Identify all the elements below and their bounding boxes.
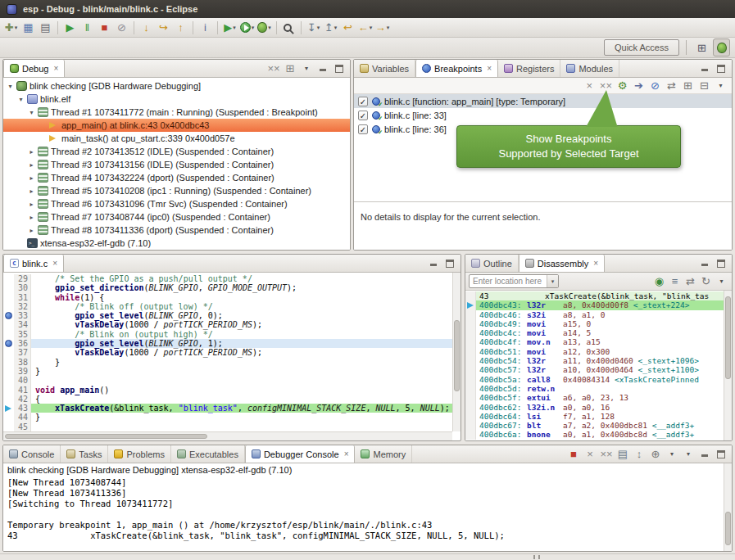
disassembly-row[interactable]: 400dbc51:movia12, 0x300	[465, 347, 724, 356]
suspend-icon[interactable]: ‖	[79, 19, 96, 37]
editor-line[interactable]: 29 /* Set the GPIO as a push/pull output…	[3, 274, 452, 283]
run-icon[interactable]: ▾	[238, 19, 256, 37]
close-icon[interactable]: ×	[487, 64, 492, 73]
debug-tree-item[interactable]: ▸Thread #2 1073413512 (IDLE) (Suspended …	[3, 145, 350, 158]
remove-all-terminated-icon[interactable]: ××	[266, 61, 281, 76]
clear-console-icon[interactable]: ▤	[615, 447, 630, 462]
maximize-icon[interactable]	[714, 447, 728, 462]
sync-selection-icon[interactable]: ⇄	[683, 274, 697, 288]
console-scrollbar[interactable]	[724, 463, 732, 551]
expand-arrow-icon[interactable]: ▸	[28, 214, 35, 221]
disassembly-row[interactable]: 400dbc5a:call80x40084314 <xTaskCreatePin…	[465, 375, 724, 384]
terminate-icon[interactable]: ■	[96, 19, 113, 37]
tab-modules[interactable]: Modules	[560, 60, 619, 77]
back-icon[interactable]: ←▾	[356, 19, 374, 37]
close-icon[interactable]: ×	[53, 64, 58, 73]
debug-tree-item[interactable]: ▸Thread #6 1073431096 (Tmr Svc) (Suspend…	[3, 197, 350, 210]
editor-line[interactable]: 34 vTaskDelay(1000 / portTICK_PERIOD_MS)…	[3, 320, 452, 329]
expand-arrow-icon[interactable]: ▸	[28, 174, 35, 182]
step-into-icon[interactable]: ↓	[138, 19, 155, 37]
disassembly-row[interactable]: 400dbc64:lsif7, a1, 128	[465, 412, 724, 421]
editor-line[interactable]: 36 gpio_set_level(BLINK_GPIO, 1);	[3, 339, 452, 348]
breakpoint-checkbox[interactable]: ✓	[358, 111, 368, 120]
tab-blink-c[interactable]: blink.c×	[3, 255, 64, 272]
dropdown-chevron-icon[interactable]: ▾	[252, 25, 255, 31]
display-console-menu-icon[interactable]: ▾	[665, 447, 679, 462]
dropdown-chevron-icon[interactable]: ▾	[268, 25, 271, 31]
expand-arrow-icon[interactable]: ▸	[28, 187, 35, 195]
tab-outline[interactable]: Outline	[465, 255, 519, 272]
debug-tree-item[interactable]: ▾blink checking [GDB Hardware Debugging]	[3, 79, 350, 93]
disassembly-row[interactable]: 400dbc4c:movia14, 5	[465, 328, 724, 337]
maximize-icon[interactable]	[714, 61, 728, 76]
open-perspective-icon[interactable]: ⊞	[693, 38, 710, 56]
expand-all-icon[interactable]: ⊞	[681, 79, 695, 93]
editor-horizontal-scrollbar[interactable]	[3, 431, 452, 440]
tab-breakpoints[interactable]: Breakpoints×	[415, 60, 498, 77]
maximize-icon[interactable]	[442, 256, 457, 271]
terminate-console-icon[interactable]: ■	[566, 447, 581, 462]
dropdown-chevron-icon[interactable]: ▾	[370, 25, 373, 31]
breakpoint-checkbox[interactable]: ✓	[358, 124, 368, 134]
debug-icon[interactable]: ▾	[256, 19, 273, 37]
disconnect-icon[interactable]: ⊘	[113, 19, 130, 37]
editor-line[interactable]: 31 while(1) {	[3, 293, 452, 302]
sash-handle[interactable]	[533, 555, 540, 559]
minimize-icon[interactable]	[697, 61, 712, 76]
close-icon[interactable]: ×	[52, 259, 57, 268]
save-icon[interactable]: ▦	[20, 19, 37, 37]
breakpoints-view-menu-icon[interactable]: ▾	[714, 79, 728, 93]
dropdown-chevron-icon[interactable]: ▾	[387, 25, 390, 31]
editor-line[interactable]: 39}	[3, 367, 452, 376]
editor-line[interactable]: 38 }	[3, 358, 452, 367]
debug-perspective-icon[interactable]	[713, 38, 730, 56]
scroll-lock-icon[interactable]: ↕	[632, 447, 647, 462]
close-icon[interactable]: ×	[344, 449, 349, 458]
disassembly-scrollbar[interactable]	[724, 291, 732, 440]
goto-breakpoint-file-icon[interactable]: ➔	[632, 79, 646, 93]
search-icon[interactable]	[280, 19, 297, 37]
dropdown-chevron-icon[interactable]: ▾	[233, 25, 236, 31]
skip-all-breakpoints-icon[interactable]: ⊘	[648, 79, 662, 93]
editor-line[interactable]: 42{	[3, 395, 452, 404]
combo-dropdown-icon[interactable]: ▾	[547, 275, 558, 287]
collapse-all-icon[interactable]: ⊟	[697, 79, 711, 93]
tab-registers[interactable]: Registers	[498, 60, 560, 77]
editor-line[interactable]: 44}	[3, 413, 452, 422]
disassembly-row[interactable]: 400dbc49:movia15, 0	[465, 319, 724, 328]
editor-line[interactable]: 33 gpio_set_level(BLINK_GPIO, 0);	[3, 311, 452, 320]
instruction-stepping-icon[interactable]: i	[197, 19, 214, 37]
external-tools-icon[interactable]: ▶▾	[221, 19, 238, 37]
breakpoint-row[interactable]: ✓blink.c [function: app_main] [type: Tem…	[354, 94, 732, 108]
disassembly-view-menu-icon[interactable]: ▾	[715, 274, 728, 288]
console-output[interactable]: [New Thread 1073408744][New Thread 10734…	[3, 476, 724, 551]
expand-arrow-icon[interactable]: ▸	[28, 161, 35, 169]
dropdown-chevron-icon[interactable]: ▾	[317, 25, 320, 31]
close-icon[interactable]: ×	[593, 259, 598, 268]
disassembly-row[interactable]: 400dbc54:l32ra11, 0x400d0460 <_stext+109…	[465, 356, 724, 365]
disassembly-row[interactable]: 400dbc6a:bnonea0, a1, 0x400dbc8d <__addf…	[465, 430, 724, 439]
disassembly-row[interactable]: 400dbc67:blta7, a2, 0x400dbc81 <__addf3+	[465, 421, 724, 430]
remove-all-launches-icon[interactable]: ××	[599, 447, 614, 462]
disassembly-row[interactable]: 400dbc46:s32ia8, a1, 0	[465, 310, 724, 319]
editor-vertical-scrollbar[interactable]	[452, 273, 461, 431]
remove-launch-icon[interactable]: ×	[583, 447, 597, 462]
disassembly-row[interactable]: 400dbc4f:mov.na13, a15	[465, 337, 724, 346]
location-combo[interactable]: Enter location here ▾	[469, 274, 559, 288]
tab-debug[interactable]: Debug×	[3, 60, 65, 77]
titlebar[interactable]: esp - Debug - blink/main/blink.c - Eclip…	[0, 0, 735, 18]
forward-icon[interactable]: →▾	[374, 19, 391, 37]
tab-memory[interactable]: Memory	[355, 445, 412, 463]
location-combo-text[interactable]: Enter location here	[470, 277, 547, 286]
debug-tree-item[interactable]: ▾blink.elf	[3, 93, 350, 106]
view-layout-icon[interactable]: ⊞	[283, 61, 297, 76]
maximize-icon[interactable]	[714, 256, 728, 271]
breakpoint-checkbox[interactable]: ✓	[358, 97, 368, 106]
debug-tree-item[interactable]: ▸Thread #7 1073408744 (ipc0) (Suspended …	[3, 210, 350, 224]
debug-tree-item[interactable]: ▸Thread #3 1073413156 (IDLE) (Suspended …	[3, 158, 350, 171]
expand-arrow-icon[interactable]: ▸	[28, 201, 35, 208]
disassembly-content[interactable]: 43 xTaskCreate(&blink_task, "blink_tas40…	[465, 291, 724, 440]
last-edit-location-icon[interactable]: ↩	[339, 19, 356, 37]
disassembly-row[interactable]: 400dbc5f:extuia6, a0, 23, 13	[465, 393, 724, 402]
editor-line[interactable]: 35 /* Blink on (output high) */	[3, 330, 452, 339]
